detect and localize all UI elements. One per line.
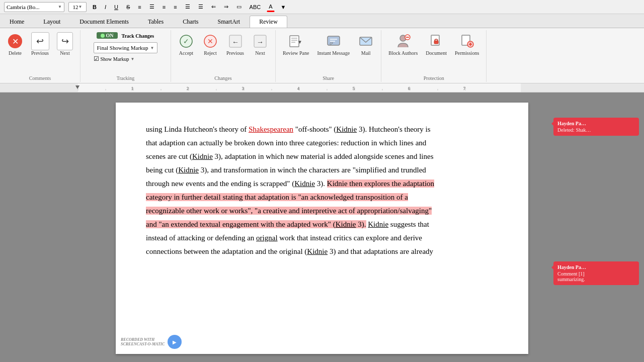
svg-text:✕: ✕ [207, 38, 213, 45]
delete-circle-icon: ✕ [8, 34, 22, 48]
kidnie-ref-2: Kidnie [192, 152, 213, 160]
previous-comment-button[interactable]: ↩ Previous [28, 31, 52, 58]
svg-text:5: 5 [353, 86, 355, 91]
svg-text:✓: ✓ [183, 38, 189, 45]
ribbon-group-tracking: ON Track Changes Final Showing Markup ▼ … [80, 30, 171, 82]
reject-change-button[interactable]: ✕ Reject [199, 31, 221, 58]
italic-button[interactable]: I [103, 2, 108, 12]
tracking-buttons: ON Track Changes Final Showing Markup ▼ … [94, 31, 158, 82]
indent-increase-button[interactable]: ⇒ [222, 2, 230, 12]
tracking-group-label: Tracking [80, 75, 171, 81]
document-text: using Linda Hutcheon's theory of Shakesp… [146, 123, 498, 258]
tab-tables[interactable]: Tables [138, 16, 173, 28]
svg-text:1: 1 [131, 86, 133, 91]
kidnie-ref-6: Kidnie [368, 220, 388, 228]
paragraph-6: category in further detail stating that … [146, 191, 498, 204]
comment-author-2: Hayden Pa… [557, 264, 635, 270]
comment-container-2: Hayden Pa… Comment [1] summarizing. [553, 261, 639, 285]
highlighted-text-1: Kidnie then explores the adaptation [327, 179, 434, 188]
bullet-list-button[interactable]: ☰ [183, 2, 192, 12]
align-justify-button[interactable]: ≡ [172, 2, 179, 12]
paragraph-5: through new events and the ending is scr… [146, 177, 498, 191]
deleted-shakespearean: Shakespearean [249, 125, 293, 133]
previous-change-button[interactable]: ← Previous [223, 31, 247, 58]
instant-message-icon [326, 33, 342, 49]
spelling-button[interactable]: ABC [248, 2, 263, 12]
paragraph-7: recognizable other work or works", "a cr… [146, 204, 498, 218]
screencast-circle-icon: ▶ [168, 335, 182, 349]
kidnie-ref-1: Kidnie [336, 125, 357, 133]
comments-group-label: Comments [0, 75, 80, 81]
kidnie-ref-7: Kidnie [307, 247, 328, 255]
track-changes-button[interactable]: ON Track Changes [94, 31, 157, 40]
kidnie-ref-3: Kidnie [178, 166, 199, 174]
bold-button[interactable]: B [91, 2, 99, 12]
tab-charts[interactable]: Charts [173, 16, 208, 28]
block-authors-button[interactable]: Block Authors [385, 31, 421, 58]
accept-change-button[interactable]: ✓ Accept [175, 31, 197, 58]
align-center-button[interactable]: ☰ [147, 2, 156, 12]
protection-buttons: Block Authors Document [385, 31, 482, 82]
paragraph-10: connections between the adaptation and t… [146, 245, 498, 258]
highlight-button[interactable]: ▼ [279, 2, 288, 12]
comment-container-1: Hayden Pa… Deleted: Shak… [553, 118, 639, 136]
svg-text:7: 7 [463, 86, 465, 91]
instant-message-button[interactable]: Instant Message [314, 31, 353, 58]
comment-text-2: summarizing. [557, 277, 635, 282]
document-content[interactable]: using Linda Hutcheon's theory of Shakesp… [0, 93, 644, 362]
mail-button[interactable]: Mail [355, 31, 377, 58]
font-size-selector[interactable]: 12 ▼ [68, 2, 87, 12]
delete-icon: ✕ [7, 33, 23, 49]
ribbon: ✕ Delete ↩ Previous ↪ Next [0, 28, 644, 83]
next-change-button[interactable]: → Next [249, 31, 271, 58]
accept-icon: ✓ [178, 33, 194, 49]
markup-dropdown-arrow: ▼ [150, 46, 154, 50]
kidnie-ref-5: Kidnie [336, 220, 356, 228]
text-color-button[interactable]: A [267, 2, 274, 12]
review-pane-button[interactable]: ▼ Review Pane [280, 31, 312, 58]
permissions-button[interactable]: Permissions [452, 31, 482, 58]
comment-bubble-2[interactable]: Hayden Pa… Comment [1] summarizing. [553, 261, 639, 285]
comment-type-2: Comment [1] [557, 271, 635, 277]
review-pane-icon: ▼ [288, 33, 304, 49]
orignal-word: orignal [256, 234, 278, 242]
indent-decrease-button[interactable]: ⇐ [209, 2, 218, 12]
changes-group-label: Changes [171, 75, 275, 81]
paragraph-3: scenes are cut (Kidnie 3), adaptation in… [146, 150, 498, 163]
markup-dropdown[interactable]: Final Showing Markup ▼ [94, 42, 158, 53]
next-change-icon: → [252, 33, 268, 49]
comment-bubble-1[interactable]: Hayden Pa… Deleted: Shak… [553, 118, 639, 136]
svg-text:▼: ▼ [297, 39, 302, 45]
tab-layout[interactable]: Layout [34, 16, 70, 28]
svg-text:4: 4 [297, 86, 299, 91]
show-markup-arrow: ▼ [130, 57, 134, 61]
comment-arrow-2 [549, 265, 553, 269]
align-right-button[interactable]: ≡ [160, 2, 168, 12]
delete-comment-button[interactable]: ✕ Delete [4, 31, 26, 58]
document-protection-button[interactable]: Document [423, 31, 450, 58]
numbered-list-button[interactable]: ☰ [196, 2, 205, 12]
next-comment-icon: ↪ [57, 33, 73, 49]
tab-home[interactable]: Home [0, 16, 34, 28]
paragraph-9: instead of attacking or defending an ori… [146, 231, 498, 245]
share-buttons: ▼ Review Pane Instant Message [280, 31, 377, 82]
svg-text:2: 2 [187, 86, 189, 91]
next-comment-button[interactable]: ↪ Next [54, 31, 76, 58]
align-left-button[interactable]: ≡ [136, 2, 143, 12]
font-family-arrow: ▼ [58, 5, 62, 9]
ruler: 1 2 3 4 5 6 7 [0, 83, 644, 93]
svg-text:←: ← [232, 38, 239, 46]
block-authors-icon [395, 33, 411, 49]
svg-rect-13 [328, 36, 340, 45]
strikethrough-button[interactable]: S [124, 2, 132, 12]
font-family-selector[interactable]: Cambria (Bo... ▼ [4, 2, 64, 12]
underline-button[interactable]: U [112, 2, 120, 12]
tab-review[interactable]: Review [250, 16, 287, 28]
text-box-button[interactable]: ▭ [234, 2, 244, 12]
permissions-icon [459, 33, 475, 49]
changes-buttons: ✓ Accept ✕ Reject ← [175, 31, 271, 82]
previous-comment-icon: ↩ [32, 33, 48, 49]
tab-document-elements[interactable]: Document Elements [70, 16, 138, 28]
kidnie-ref-4: Kidnie [294, 179, 315, 188]
tab-smartart[interactable]: SmartArt [208, 16, 250, 28]
